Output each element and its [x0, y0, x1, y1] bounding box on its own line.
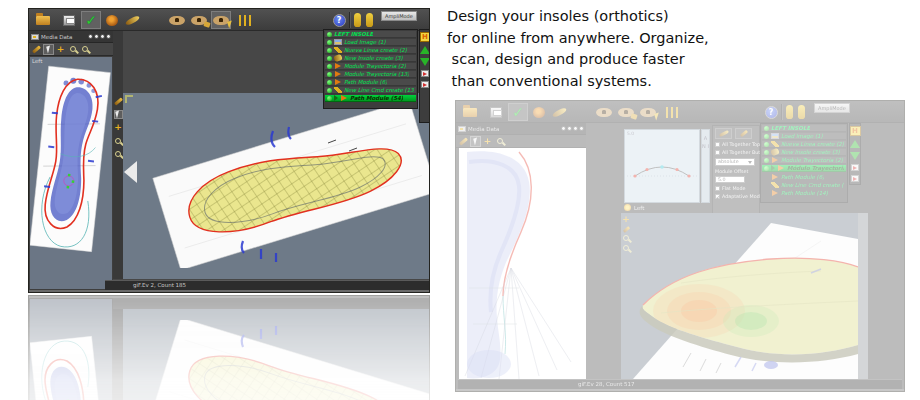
marketing-line: Design your insoles (orthotics) — [447, 6, 709, 28]
mode-select[interactable]: absolute — [715, 158, 755, 166]
nav-dot-button[interactable] — [573, 126, 578, 131]
nav-dot-button[interactable] — [579, 126, 584, 131]
right-insole-button[interactable] — [796, 103, 807, 121]
zoom-area-tool-button[interactable] — [79, 44, 90, 55]
flag-action-button[interactable] — [851, 175, 859, 182]
layer-item[interactable]: LEFT INSOLE — [325, 31, 416, 38]
right-insole-button[interactable] — [364, 11, 375, 29]
layer-item[interactable]: New Line Cmd create (13) — [762, 181, 846, 188]
select-tool-button[interactable] — [43, 44, 54, 55]
scan-viewport-2d[interactable]: Left — [30, 57, 112, 289]
knife-tool-button[interactable] — [549, 103, 569, 121]
zoom-in-tool-button[interactable] — [494, 136, 505, 147]
profile-curve-editor[interactable]: 5.0 — [624, 129, 700, 203]
layer-item[interactable]: Nueva Linea create (2) — [762, 141, 846, 148]
select-tool-button[interactable] — [114, 110, 123, 119]
layer-item[interactable]: Load Image (1) — [325, 39, 416, 46]
help-button[interactable]: ? — [761, 103, 781, 121]
all-together-butt-row[interactable]: All Together Butt — [715, 150, 757, 155]
add-tool-button[interactable]: + — [55, 44, 66, 55]
view-split-button[interactable] — [616, 103, 636, 121]
scan-viewport-2d[interactable] — [459, 148, 586, 379]
flat-mode-checkbox[interactable] — [715, 186, 720, 191]
flag-action-button[interactable] — [851, 164, 859, 171]
curve-mode-strip[interactable]: A N I — [701, 129, 710, 203]
help-button[interactable]: ? — [329, 11, 349, 29]
layer-item[interactable]: Load Image (1) — [762, 133, 846, 140]
nav-dot-button[interactable] — [94, 34, 99, 39]
save-button[interactable] — [486, 103, 506, 121]
layer-item[interactable]: Module Trayectoria (13) — [325, 71, 416, 78]
module-tool-button[interactable] — [735, 128, 752, 139]
adaptative-mode-row[interactable]: ✓Adaptative Mode — [715, 194, 757, 199]
save-button[interactable] — [59, 11, 79, 29]
module-offset-input[interactable]: 5.0 — [715, 176, 745, 183]
pen-tool-button[interactable] — [31, 44, 42, 55]
layer-label: New Line Cmd create (13) — [344, 87, 414, 93]
flat-mode-row[interactable]: Flat Mode — [715, 186, 757, 191]
all-together-top-row[interactable]: All Together Top — [715, 142, 757, 147]
mold-tool-button[interactable] — [529, 103, 549, 121]
move-up-button[interactable] — [850, 140, 860, 148]
layer-item-selected[interactable]: Módulo Trayectoria (13) — [762, 165, 846, 172]
move-up-button[interactable] — [420, 46, 430, 54]
view-3d-button[interactable] — [211, 11, 231, 29]
zoom-out-tool-button[interactable] — [114, 149, 123, 158]
all-together-butt-checkbox[interactable] — [715, 150, 720, 155]
handle-button[interactable]: H — [850, 126, 861, 136]
layer-item[interactable]: Module Trayectoria (2) — [762, 157, 846, 164]
viewport-scrollbar[interactable] — [858, 213, 868, 379]
confirm-button[interactable]: ✓ — [81, 11, 101, 29]
layer-item[interactable]: New Line Cmd create (13) — [325, 87, 416, 94]
insole-pair-button[interactable] — [662, 103, 684, 121]
confirm-button[interactable]: ✓ — [508, 103, 528, 121]
collapse-panel-arrow[interactable] — [124, 161, 137, 183]
all-together-top-checkbox[interactable] — [715, 142, 720, 147]
nav-dot-button[interactable] — [561, 126, 566, 131]
move-down-button[interactable] — [850, 152, 860, 160]
layer-item[interactable]: Module Trayectoria (2) — [325, 63, 416, 70]
layer-item[interactable]: New Insole create (3) — [325, 55, 416, 62]
flag-action-button[interactable] — [421, 70, 429, 77]
open-folder-button[interactable] — [33, 11, 53, 29]
pointer-tool-button[interactable] — [114, 97, 123, 106]
layer-item-selected[interactable]: Path Module (54) — [325, 95, 416, 102]
view-3d-button[interactable] — [638, 103, 658, 121]
layer-enabled-icon — [764, 126, 769, 131]
layer-item[interactable]: Path Module (6) — [325, 79, 416, 86]
pen-tool-button[interactable] — [458, 136, 469, 147]
insole-viewport-3d[interactable]: + — [621, 213, 858, 379]
handle-button[interactable]: H — [420, 32, 431, 42]
insole-pair-button[interactable] — [235, 11, 257, 29]
left-insole-button[interactable] — [784, 103, 795, 121]
select-tool-button[interactable] — [470, 136, 481, 147]
open-folder-button[interactable] — [460, 103, 480, 121]
zoom-in-tool-button[interactable] — [67, 44, 78, 55]
adaptative-mode-checkbox[interactable]: ✓ — [715, 194, 720, 199]
layer-item[interactable]: Nueva Linea create (2) — [325, 47, 416, 54]
layer-item[interactable]: Path Module (6) — [762, 173, 846, 180]
module-tool-button[interactable] — [715, 128, 732, 139]
knife-tool-button[interactable] — [122, 11, 142, 29]
view-2d-button[interactable] — [167, 11, 187, 29]
add-tool-button[interactable]: + — [114, 123, 123, 132]
layer-item[interactable]: LEFT INSOLE — [762, 125, 846, 132]
zoom-in-tool-button[interactable] — [114, 136, 123, 145]
left-insole-button[interactable] — [352, 11, 363, 29]
insole-viewport-3d[interactable] — [123, 93, 429, 279]
mold-tool-button[interactable] — [102, 11, 122, 29]
amplimode-button[interactable]: AmpliMode — [381, 11, 417, 21]
nav-dot-button[interactable] — [100, 34, 105, 39]
layer-item[interactable]: Path Module (14) — [762, 189, 846, 196]
layer-item[interactable]: New Insole create (3) — [762, 149, 846, 156]
view-2d-button[interactable] — [594, 103, 614, 121]
view-split-button[interactable] — [189, 11, 209, 29]
flag-action-button[interactable] — [421, 81, 429, 88]
nav-dot-button[interactable] — [88, 34, 93, 39]
nav-dot-button[interactable] — [106, 34, 111, 39]
add-tool-button[interactable]: + — [482, 136, 493, 147]
layers-actions-strip: H — [419, 29, 430, 123]
amplimode-button[interactable]: AmpliMode — [814, 103, 850, 113]
move-down-button[interactable] — [420, 58, 430, 66]
nav-dot-button[interactable] — [567, 126, 572, 131]
